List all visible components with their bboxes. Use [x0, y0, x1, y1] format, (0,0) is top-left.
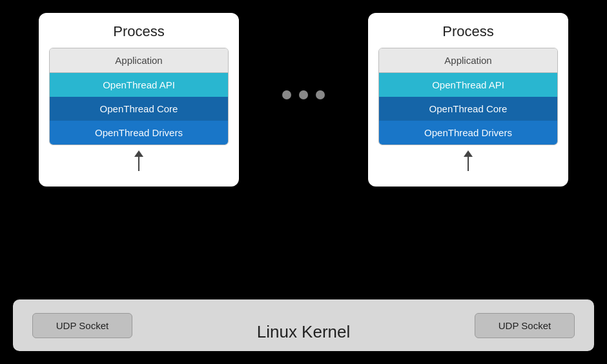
right-arrow-line: [468, 157, 469, 171]
left-arrow-up: [134, 150, 143, 171]
right-layer-drivers: OpenThread Drivers: [379, 121, 557, 145]
dot-3: [316, 90, 325, 99]
right-arrow-up: [464, 150, 473, 171]
left-layer-core: OpenThread Core: [50, 97, 228, 121]
dots-container: [239, 13, 368, 99]
right-arrow-head: [464, 150, 473, 157]
right-udp-socket: UDP Socket: [475, 313, 575, 338]
right-stack: Application OpenThread API OpenThread Co…: [378, 48, 558, 145]
right-layer-api: OpenThread API: [379, 73, 557, 97]
left-layer-application: Application: [50, 48, 228, 73]
top-section: Process Application OpenThread API OpenT…: [13, 13, 594, 187]
main-container: Process Application OpenThread API OpenT…: [6, 6, 601, 358]
right-layer-core: OpenThread Core: [379, 97, 557, 121]
left-process-title: Process: [113, 23, 164, 40]
dot-1: [282, 90, 291, 99]
left-arrow-head: [134, 150, 143, 157]
right-layer-application: Application: [379, 48, 557, 73]
left-stack: Application OpenThread API OpenThread Co…: [49, 48, 229, 145]
left-process-box: Process Application OpenThread API OpenT…: [39, 13, 239, 187]
left-layer-api: OpenThread API: [50, 73, 228, 97]
right-process-title: Process: [442, 23, 493, 40]
linux-kernel-label: Linux Kernel: [257, 322, 351, 342]
right-process-box: Process Application OpenThread API OpenT…: [368, 13, 568, 187]
left-udp-socket: UDP Socket: [32, 313, 132, 338]
left-layer-drivers: OpenThread Drivers: [50, 121, 228, 145]
left-arrow-line: [138, 157, 139, 171]
dot-2: [299, 90, 308, 99]
bottom-section: UDP Socket Linux Kernel UDP Socket: [13, 299, 594, 351]
